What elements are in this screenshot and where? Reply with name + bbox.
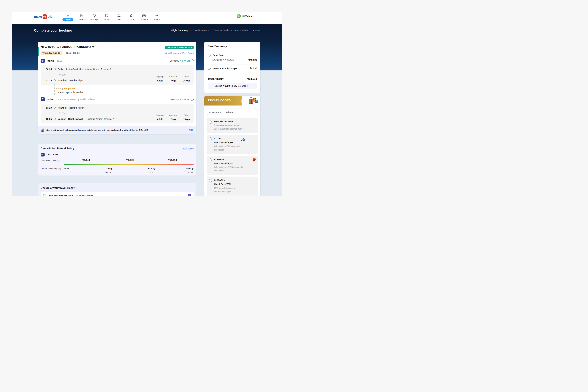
user-menu[interactable]: S Hi Vaibhav [237, 14, 260, 18]
tab-flight-summary[interactable]: Flight Summary [171, 29, 188, 34]
penalty-amount: ₹53,013 [168, 159, 177, 162]
nav-item-trains[interactable]: Trains [128, 13, 135, 22]
logo-text-make: make [34, 15, 42, 18]
view-baggage-fare-rules-link[interactable]: View Baggage & Fare Rules [165, 52, 194, 54]
promo-item-reward-bonus[interactable]: REWARD BONUS ₹300 reward bonus can be us… [207, 118, 258, 133]
promo-radio[interactable] [209, 179, 212, 182]
info-icon[interactable]: i [191, 60, 194, 62]
indigo-airline-logo [41, 97, 45, 101]
timeline-date: 15 Aug [148, 167, 155, 170]
promo-item-citifly[interactable]: CITIFLY Use & Save ₹2,999 Offer valid on… [207, 135, 258, 154]
nav-item-hotels[interactable]: Hotels [78, 13, 85, 22]
promo-item-instafly[interactable]: INSTAFLY Use & Save ₹899 10% instant dis… [207, 176, 258, 196]
logo-text-trip: trip [48, 15, 52, 18]
nav-item-buses[interactable]: Buses [103, 13, 110, 22]
book-now-pay-later-pill[interactable]: Book at ₹ 9,149 & pay rest later i [208, 83, 257, 89]
arrival-time: 11:15 [43, 79, 52, 82]
chevron-down-icon [258, 16, 260, 17]
nav-item-cabs[interactable]: Cabs [116, 13, 122, 22]
booking-steps-tabs: Flight Summary · Travel Insurance · Trav… [171, 29, 260, 32]
zero-cancellation-option[interactable]: Add Zero Cancellation Get 100% Refund Z [41, 192, 194, 196]
timeline-dot-icon [54, 79, 56, 81]
arrival-city: Istanbul [58, 79, 66, 82]
timeline-dot-icon [54, 68, 56, 70]
promo-save-amount: Use & Save ₹1,250 [214, 162, 243, 164]
timeline-date: 11 Aug [104, 167, 112, 170]
promo-save-amount: Use & Save ₹2,999 [214, 141, 241, 144]
promo-item-flymon[interactable]: FLYMON Use & Save ₹1,250 Offer valid on … [207, 156, 258, 174]
promo-code-name: FLYMON [214, 158, 243, 161]
layover-heading: Change of planes [56, 87, 194, 90]
train-icon [129, 13, 133, 18]
flight-number: 6E - 4020 Operated by Turkish Airlines [57, 98, 95, 100]
tab-seats-meals[interactable]: Seats & Meals [234, 29, 248, 32]
nav-item-holidays[interactable]: Holidays [90, 13, 98, 22]
zero-cancellation-checkbox[interactable] [43, 194, 46, 196]
refund-link[interactable]: Get 100% Refund [74, 194, 93, 196]
travel-plans-card: Unsure of your travel plans? Add Zero Ca… [38, 183, 196, 196]
balloon-icon [92, 13, 96, 18]
baggage-allowance: BaggageAdult Check-in7Kgs Cabin15Kgs [156, 114, 190, 120]
departure-airport: Indira Gandhi International Airport, Ter… [66, 68, 111, 70]
more-dots-icon [155, 13, 159, 18]
promo-code-name: CITIFLY [214, 137, 241, 140]
penalty-timeline: Cancellation Penalty : ₹9,149 ₹9,649 ₹53… [41, 159, 194, 175]
nav-item-flights[interactable]: ✈ Flights [62, 13, 73, 22]
route-title: New Delhi → London - Heathrow Apt [41, 45, 94, 49]
page: make my trip ✈ Flights Hotels [0, 0, 294, 196]
promo-code-name: INSTAFLY [214, 179, 236, 182]
user-avatar: S [237, 14, 241, 18]
cabin-class: Economy > [170, 60, 181, 62]
makemytrip-logo[interactable]: make my trip [34, 14, 52, 19]
flight-number: 6E 11 [57, 60, 62, 62]
arrival-airport: Heathrow Airport, Terminal 2 [86, 118, 114, 120]
plus-circle-icon[interactable]: + [208, 67, 210, 70]
fare-summary-title: Fare Summary [208, 45, 257, 48]
plane-icon: ✈ [66, 13, 69, 18]
promo-radio[interactable] [209, 137, 212, 140]
tab-travel-insurance[interactable]: Travel Insurance [192, 29, 209, 32]
timeline-dash [55, 72, 55, 78]
bnpl-amount: ₹ 9,149 [223, 85, 230, 87]
nav-label-buses: Buses [104, 18, 110, 20]
departure-time: 13:10 [43, 106, 52, 109]
promo-radio[interactable] [209, 120, 212, 124]
add-baggage-button[interactable]: ADD [189, 129, 194, 131]
timeline-dash [55, 111, 55, 116]
departure-time: 06:35 [43, 68, 52, 70]
chevron-down-icon [158, 19, 160, 20]
departure-city: Istanbul [58, 106, 66, 109]
fare-type: SAVER [182, 60, 190, 62]
user-greeting: Hi Vaibhav [242, 15, 254, 18]
promo-code-name: REWARD BONUS [214, 120, 242, 123]
promo-code-input[interactable] [207, 108, 258, 116]
flight-segment-1: 06:35 Delhi·Indira Gandhi International … [41, 65, 194, 85]
penalty-gradient-bar [64, 164, 194, 165]
promo-radio[interactable] [209, 158, 212, 162]
bus-icon [105, 13, 109, 18]
nav-label-cabs: Cabs [117, 18, 121, 20]
hotel-building-icon [80, 13, 84, 18]
info-icon[interactable]: i [191, 98, 194, 101]
zero-cancellation-badge: Z [188, 194, 191, 196]
divider [208, 64, 257, 64]
base-fare-label: Base Fare [212, 54, 224, 56]
timeline-dot-icon [54, 118, 56, 120]
tab-traveller-details[interactable]: Traveller Details [213, 29, 229, 32]
info-icon[interactable]: i [248, 85, 250, 87]
arrival-time: 15:05 [43, 118, 52, 120]
policy-route: DEL - LHR [46, 153, 58, 156]
penalty-amount: ₹9,649 [126, 159, 134, 162]
nav-item-more[interactable]: More [153, 13, 160, 22]
luggage-icon [41, 128, 45, 132]
nav-item-giftcards[interactable]: Giftcards [140, 13, 148, 22]
view-policy-link[interactable]: View Policy [182, 147, 194, 150]
layover-duration: 1h 55m [56, 91, 64, 94]
citi-bank-logo: citi [241, 139, 245, 153]
minus-circle-icon[interactable]: − [208, 54, 210, 56]
arrival-city: London - Heathrow Apt [58, 118, 83, 120]
airline-name: IndiGo [47, 98, 54, 101]
tab-add-on[interactable]: Add-on [252, 29, 260, 32]
cancel-between-label: Cancel Between (IST) : [41, 168, 62, 170]
fare-type: SAVER [182, 98, 190, 100]
